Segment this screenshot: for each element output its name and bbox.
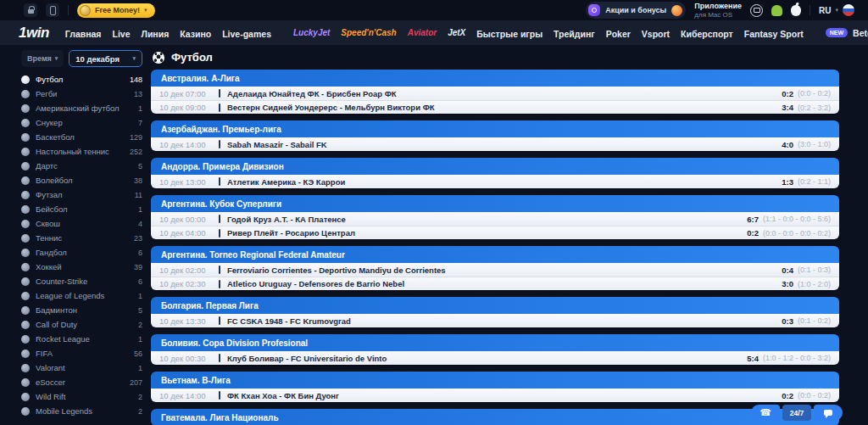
desktop-app-icon[interactable] [750,4,763,17]
sidebar-sport-item[interactable]: Сквош 4 [21,216,142,231]
match-row[interactable]: 10 дек 00:00 Годой Круз А.Т. - КА Платен… [151,212,839,226]
sidebar-sport-item[interactable]: Mobile Legends 2 [21,404,142,418]
match-score: 4:0 [782,140,793,149]
sidebar-sport-item[interactable]: Футзал 11 [21,187,142,202]
free-money-badge[interactable]: Free Money! ▾ [77,3,155,18]
nav-link-betgames[interactable]: Betgames [853,28,868,38]
nav-link[interactable]: Казино [180,29,211,39]
mobile-icon [50,6,56,15]
sidebar-sport-item[interactable]: Футбол 148 [21,72,142,87]
league-header[interactable]: Австралия. А-Лига [151,70,839,87]
match-row[interactable]: 10 дек 07:00 Аделаида Юнайтед ФК - Брисб… [151,87,839,100]
sidebar-sport-item[interactable]: Баскетбол 129 [21,130,142,144]
sidebar-sport-item[interactable]: Wild Rift 2 [21,389,142,404]
match-row[interactable]: 10 дек 02:30 Atletico Uruguay - Defensor… [151,277,839,290]
match-periods: (0:1 - 0:2) [798,316,831,325]
league-section: Азербайджан. Премьер-лига 10 дек 14:00 S… [151,120,839,151]
1win-logo[interactable]: 1win [19,25,49,42]
sidebar-sport-item[interactable]: Counter-Strike 6 [21,274,142,288]
time-filter-button[interactable]: Время ▾ [21,50,64,67]
nav-link[interactable]: Главная [65,29,102,39]
match-row[interactable]: 10 дек 13:00 Атлетик Америка - КЭ Каррои… [151,175,839,188]
league-header[interactable]: Болгария. Первая Лига [151,297,839,314]
league-matches: 10 дек 00:30 Клуб Боливар - FC Universit… [151,351,839,365]
league-header[interactable]: Боливия. Copa Division Profesional [151,334,839,351]
app-label-line2: для Mac OS [694,11,742,19]
match-datetime: 10 дек 00:30 [159,354,219,363]
match-score: 6:7 [747,215,759,224]
sidebar-sport-item[interactable]: League of Legends 1 [21,288,142,303]
aviator-logo[interactable]: Aviator [408,28,437,37]
sidebar-sport-item[interactable]: Настольный теннис 252 [21,144,142,159]
android-icon[interactable] [771,5,782,16]
match-row[interactable]: 10 дек 14:00 Sabah Masazir - Sabail FK 4… [151,137,839,151]
match-row[interactable]: 10 дек 00:30 Клуб Боливар - FC Universit… [151,351,839,365]
match-datetime: 10 дек 14:00 [159,391,219,400]
chat-support-button[interactable] [814,405,843,421]
new-badge: NEW [826,28,848,37]
nav-link[interactable]: Vsport [642,29,670,39]
divider [219,177,220,186]
match-row[interactable]: 10 дек 04:00 Ривер Плейт - Росарио Центр… [151,226,839,239]
handball-icon [21,249,30,257]
sidebar-sport-item[interactable]: Call of Duty 2 [21,317,142,332]
sidebar-sport-item[interactable]: Регби 13 [21,87,142,101]
secure-connection-button[interactable] [24,3,37,17]
match-datetime: 10 дек 04:00 [159,228,219,238]
league-section: Австралия. А-Лига 10 дек 07:00 Аделаида … [151,70,839,114]
support-24-7-button[interactable]: 24/7 [782,405,811,421]
lucky-jet-logo[interactable]: LuckyJet [293,28,330,37]
league-header[interactable]: Аргентина. Кубок Суперлиги [151,195,839,212]
mobile-version-button[interactable] [46,3,59,17]
match-row[interactable]: 10 дек 09:00 Вестерн Сидней Уондерерс - … [151,100,839,114]
sidebar-sport-item[interactable]: Гандбол 6 [21,245,142,260]
sidebar-sport-item[interactable]: Хоккей 39 [21,260,142,274]
apple-icon[interactable] [791,5,801,16]
sidebar-sport-item[interactable]: eSoccer 207 [21,375,142,389]
match-row[interactable]: 10 дек 02:00 Ferroviario Corrientes - De… [151,263,839,277]
football-icon [153,52,164,64]
sidebar-sport-item[interactable]: Бейсбол 1 [21,202,142,216]
sidebar-sport-item[interactable]: Бадминтон 5 [21,303,142,317]
sport-count: 4 [138,220,142,228]
sidebar-sport-item[interactable]: Теннис 23 [21,231,142,245]
league-header[interactable]: Вьетнам. В-Лига [151,372,839,389]
phone-support-button[interactable]: ☎ [751,405,780,421]
match-row[interactable]: 10 дек 14:00 ФК Кхан Хоа - ФК Бин Дуонг … [151,389,839,402]
league-header[interactable]: Андорра. Примера Дивизион [151,158,839,175]
divider [219,103,220,112]
sport-name: Mobile Legends [36,406,132,416]
language-selector[interactable]: RU ▾ [819,4,854,16]
sidebar-sport-item[interactable]: FIFA 56 [21,346,142,361]
nav-link[interactable]: Быстрые игры [476,29,542,39]
match-score: 0:2 [782,391,793,400]
sport-count: 148 [130,75,142,84]
sport-count: 13 [134,90,142,98]
nav-link[interactable]: Poker [606,29,631,39]
sport-name: Волейбол [36,176,128,185]
divider [810,5,810,15]
date-filter-dropdown[interactable]: 10 декабря ▾ [69,50,142,67]
nav-link[interactable]: Fantasy Sport [744,29,804,39]
sport-name: FIFA [36,349,128,358]
nav-link[interactable]: Live [113,29,131,39]
nav-link[interactable]: Линия [142,29,170,39]
league-header[interactable]: Азербайджан. Премьер-лига [151,120,839,137]
sidebar-sport-item[interactable]: Снукер 7 [21,115,142,130]
match-row[interactable]: 10 дек 13:30 FC CSKA 1948 - FC Krumovgra… [151,314,839,327]
league-header[interactable]: Гватемала. Лига Националь [151,409,839,425]
sidebar-sport-item[interactable]: Дартс 5 [21,159,142,173]
nav-link[interactable]: Киберспорт [681,29,733,39]
promos-button[interactable]: Акции и бонусы [586,2,686,19]
sidebar-sport-item[interactable]: Valorant 1 [21,361,142,375]
sidebar-sport-item[interactable]: Американский футбол 1 [21,101,142,115]
nav-link[interactable]: Live-games [222,29,271,39]
speed-n-cash-logo[interactable]: Speed'n'Cash [341,28,396,37]
league-header[interactable]: Аргентина. Torneo Regional Federal Amate… [151,246,839,263]
sport-count: 1 [138,335,142,344]
nav-link[interactable]: Трейдинг [554,29,595,39]
sports-list: Футбол 148 Регби 13 Американский футбол … [21,72,142,418]
sidebar-sport-item[interactable]: Rocket League 1 [21,332,142,346]
jetx-logo[interactable]: JetX [448,28,465,37]
sidebar-sport-item[interactable]: Волейбол 38 [21,173,142,187]
